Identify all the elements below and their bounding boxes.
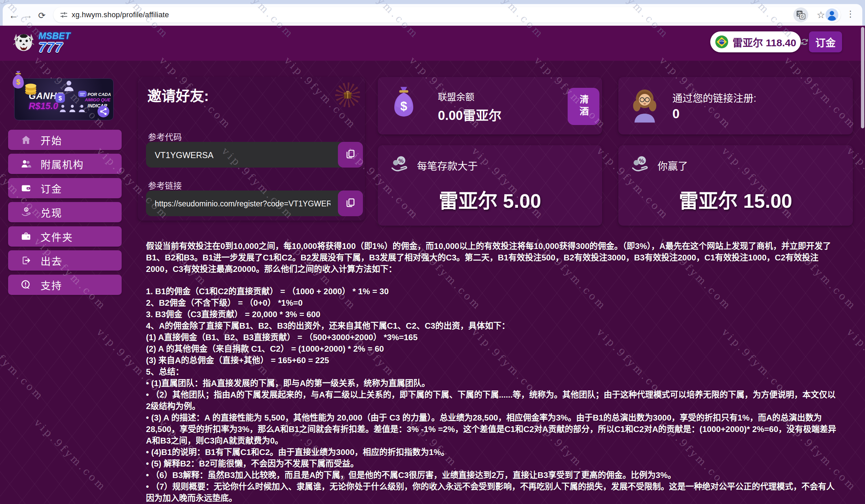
svg-text:%: %	[399, 157, 403, 164]
registered-value: 0	[672, 107, 756, 121]
bookmark-star-icon[interactable]: ☆	[817, 10, 825, 21]
browser-toolbar: ← → ⟳ xg.hwym.shop/profile/affiliate 文G …	[3, 4, 862, 26]
browser-profile-avatar[interactable]	[825, 8, 839, 23]
refresh-balance-icon[interactable]	[799, 37, 810, 47]
win-card-label: 你赢了	[658, 158, 688, 173]
site-header: MSBET 777 雷亚尔 118.40 订金	[0, 26, 865, 61]
currency-balance: 雷亚尔 118.40	[733, 34, 796, 49]
sidebar-item-withdraw[interactable]: $兑现	[8, 202, 122, 222]
back-button[interactable]: ←	[8, 10, 20, 22]
rule-line: 1. B1的佣金（C1和C2的直接贡献） = （1000 + 2000） * 1…	[146, 286, 837, 297]
rule-line: 4、A的佣金除了直接下属B1、B2、B3的出资外，还来自其他下属C1、C2、C3…	[146, 320, 837, 332]
header-deposit-button[interactable]: 订金	[809, 32, 842, 52]
banner-right-text-1: POR CADA	[88, 92, 111, 97]
site-info-icon[interactable]	[59, 11, 68, 19]
sidebar-item-label: 开始	[41, 132, 62, 147]
rule-line: (1) A直接佣金（B1、B2、B3直接贡献） = （500+3000+2000…	[146, 332, 837, 343]
sidebar-item-label: 附属机构	[41, 156, 84, 171]
deposit-icon	[20, 183, 32, 194]
deposit-card-label: 每笔存款大于	[417, 158, 478, 173]
rule-line: (2) A 的其他佣金（来自捐款 C1、C2） = (1000+2000) * …	[146, 343, 837, 355]
site-logo[interactable]: MSBET 777	[11, 30, 71, 55]
sidebar-item-label: 订金	[41, 181, 62, 196]
rule-line: 5、总结：	[146, 366, 837, 378]
ref-link-label: 参考链接	[148, 179, 182, 191]
deposit-card-value: 雷亚尔 5.00	[378, 185, 602, 213]
url-text[interactable]: xg.hwym.shop/profile/affiliate	[72, 11, 169, 19]
browser-menu-icon[interactable]: ⋮	[846, 9, 855, 19]
sidebar-item-label: 支持	[41, 277, 62, 292]
banner-right-text-2: AMIGO QUE	[85, 98, 111, 102]
balance-label: 联盟余额	[438, 90, 501, 103]
ref-link-input[interactable]	[154, 190, 331, 217]
ref-code-field	[146, 142, 363, 167]
sidebar-item-label: 文件夹	[41, 229, 73, 244]
rule-line: 2、B2佣金（不含下级） = （0+0） *1%=0	[146, 297, 837, 309]
svg-text:%: %	[639, 157, 644, 164]
copy-icon	[345, 149, 356, 161]
hand-percent-icon: %	[631, 155, 650, 176]
reload-button[interactable]: ⟳	[36, 10, 48, 22]
invite-title: 邀请好友:	[147, 84, 209, 105]
sidebar-item-folder[interactable]: 文件夹	[8, 226, 122, 247]
rule-line: • （6）B3解释：虽然B3加入比较晚，而且是A的下属，但是他的不属C3很厉害，…	[146, 470, 837, 481]
banner-share-icon	[97, 105, 110, 119]
url-bar[interactable]: xg.hwym.shop/profile/affiliate 文G ☆	[54, 7, 841, 23]
gift-icon	[335, 82, 360, 107]
logout-icon	[20, 255, 32, 266]
moneybag-icon: $	[391, 85, 417, 120]
sidebar-promo-banner[interactable]: GANHE R$15.0 POR CADA AMIGO QUE INDICAR …	[14, 78, 114, 120]
currency-balance-chip[interactable]: 雷亚尔 118.40	[710, 32, 801, 52]
sidebar-item-deposit[interactable]: 订金	[8, 178, 122, 198]
woman-avatar	[630, 86, 660, 124]
rule-line: 3. B3佣金（C3直接贡献） = 20,000 * 3% = 600	[146, 309, 837, 320]
rule-line: • (5) 解释B2：B2可能很懒，不会因为不发展下属而受益。	[146, 458, 837, 470]
banner-dollar-bubble-icon: $	[54, 92, 66, 105]
ref-code-input[interactable]	[154, 142, 331, 168]
rule-line: • （7）规则概要：无论你什么时候加入、隶属谁，无论你处于什么级别，你的收入永远…	[146, 481, 837, 504]
app-root: ← → ⟳ xg.hwym.shop/profile/affiliate 文G …	[0, 0, 865, 504]
brand-name: MSBET	[38, 32, 71, 40]
forward-button[interactable]: →	[22, 10, 34, 22]
sidebar-item-logout[interactable]: 出去	[8, 250, 122, 271]
copy-code-button[interactable]	[338, 142, 363, 167]
sidebar-item-home[interactable]: 开始	[8, 130, 122, 150]
sidebar-item-affiliates[interactable]: 附属机构	[8, 154, 122, 174]
win-card-value: 雷亚尔 15.00	[618, 185, 853, 213]
brand-text: MSBET 777	[38, 32, 71, 54]
browser-chrome: ← → ⟳ xg.hwym.shop/profile/affiliate 文G …	[0, 0, 865, 26]
svg-text:$: $	[400, 99, 407, 113]
rule-line: • (1)直属团队：指A直接发展的下属，即与A的第一级关系，统称为直属团队。	[146, 378, 837, 389]
invite-friends-card: 邀请好友: 参考代码 参考链接	[138, 77, 365, 221]
rules-intro: 假设当前有效投注在0到10,000之间，每10,000将获得100（即1%）的佣…	[146, 241, 837, 275]
sidebar-item-label: 兑现	[41, 205, 62, 220]
clear-button[interactable]: 清酒	[568, 88, 599, 125]
translate-icon[interactable]: 文G	[793, 8, 808, 22]
tiger-logo-icon	[11, 30, 36, 55]
banner-team-icons	[59, 104, 85, 114]
balance-value: 0.00雷亚尔	[438, 105, 501, 124]
hand-percent-icon: %	[390, 155, 410, 176]
you-win-card: % 你赢了 雷亚尔 15.00	[618, 145, 853, 226]
ref-code-label: 参考代码	[148, 130, 182, 142]
rule-line: • (3) A 的描述：A 的直接性能为 5,500，其他性能为 20,000（…	[146, 412, 837, 447]
registered-label: 通过您的链接注册:	[672, 90, 756, 105]
svg-text:$: $	[16, 78, 20, 86]
rule-line: • （2）其他团队；指由A的下属发展起来的，与A有二级以上关系的，即下属的下属、…	[146, 389, 837, 412]
svg-text:$: $	[58, 95, 62, 102]
svg-text:G: G	[801, 14, 804, 19]
registered-via-link-card: 通过您的链接注册: 0	[618, 77, 853, 134]
page-background: GANHE R$15.0 POR CADA AMIGO QUE INDICAR …	[0, 61, 865, 504]
banner-coins-icon	[23, 81, 38, 98]
banner-chat-bubble-icon	[77, 90, 88, 101]
withdraw-icon: $	[20, 207, 32, 218]
brazil-flag-icon	[715, 35, 728, 49]
rules-text-block: 假设当前有效投注在0到10,000之间，每10,000将获得100（即1%）的佣…	[146, 241, 837, 504]
vertical-scrollbar[interactable]	[861, 27, 864, 128]
folder-icon	[20, 231, 32, 242]
rule-line: (3) 来自A的总佣金（直接+其他） = 165+60 = 225	[146, 355, 837, 366]
sidebar-item-support[interactable]: 支持	[8, 274, 122, 295]
ref-link-field	[146, 190, 363, 216]
banner-value-text: R$15.0	[29, 102, 58, 111]
copy-link-button[interactable]	[338, 190, 363, 216]
